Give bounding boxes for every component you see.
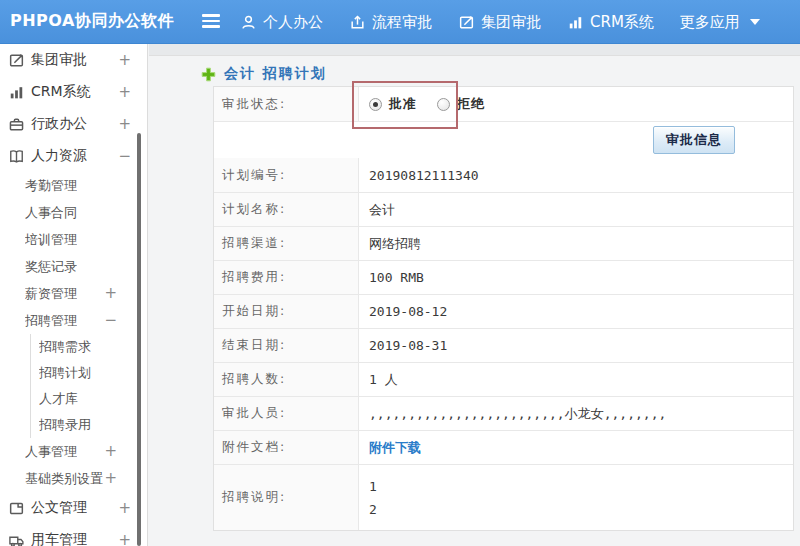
topnav-label: 流程审批 [372, 13, 432, 32]
sidebar-item-label: 考勤管理 [25, 177, 77, 195]
form-row-attachment-doc: 附件文档:附件下载 [214, 430, 793, 464]
sidebar-item-vehicle-mgmt[interactable]: 用车管理+ [0, 524, 147, 546]
bar-chart-icon [567, 14, 584, 31]
sidebar-item-label: 基础类别设置 [25, 470, 103, 488]
recruit-notes-value: 12 [359, 465, 793, 530]
approve-info-button[interactable]: 审批信息 [653, 126, 735, 154]
sidebar-item-talent-pool[interactable]: 人才库 [30, 386, 147, 412]
sidebar-item-personnel-mgmt[interactable]: 人事管理+ [0, 438, 147, 465]
radio-reject-label: 拒绝 [457, 95, 485, 113]
attachment-doc-label: 附件文档: [214, 431, 359, 464]
note-line: 2 [369, 502, 377, 517]
sidebar-item-label: 公文管理 [31, 499, 87, 517]
sidebar-item-recruit-plan[interactable]: 招聘计划 [30, 360, 147, 386]
hamburger-menu-icon[interactable] [202, 14, 220, 29]
sidebar-item-label: 人事合同 [25, 204, 77, 222]
sidebar-item-reward-punish-records[interactable]: 奖惩记录 [0, 253, 147, 280]
radio-option-reject[interactable]: 拒绝 [437, 95, 485, 113]
sidebar-item-crm-system[interactable]: CRM系统+ [0, 76, 147, 108]
form-rows: 计划编号:20190812111340计划名称:会计招聘渠道:网络招聘招聘费用:… [214, 158, 793, 530]
sidebar-item-label: 招聘需求 [39, 338, 91, 356]
sidebar-item-recruit-hiring[interactable]: 招聘录用 [30, 412, 147, 438]
sidebar-item-personnel-contract[interactable]: 人事合同 [0, 199, 147, 226]
topnav-process-approval[interactable]: 流程审批 [349, 13, 432, 32]
page-title: 会计 招聘计划 [224, 65, 327, 83]
approve-button-row: 审批信息 [214, 121, 793, 158]
sidebar-item-training-mgmt[interactable]: 培训管理 [0, 226, 147, 253]
caret-down-icon [750, 19, 760, 25]
topnav-personal-office[interactable]: 个人办公 [240, 13, 323, 32]
recruit-channel-value: 网络招聘 [359, 227, 793, 260]
topnav-label: 集团审批 [481, 13, 541, 32]
sidebar-item-basic-category-settings[interactable]: 基础类别设置+ [0, 465, 147, 492]
topnav-label: 更多应用 [680, 13, 740, 32]
app-logo: PHPOA协同办公软件 [10, 11, 174, 32]
expand-plus-icon[interactable]: + [118, 501, 131, 516]
sidebar-item-label: 招聘管理 [25, 312, 77, 330]
sidebar-item-document-mgmt[interactable]: 公文管理+ [0, 492, 147, 524]
sidebar: 集团审批+CRM系统+行政办公+人力资源−考勤管理人事合同培训管理奖惩记录薪资管… [0, 44, 148, 546]
sidebar-menu: 集团审批+CRM系统+行政办公+人力资源−考勤管理人事合同培训管理奖惩记录薪资管… [0, 44, 147, 546]
radio-approve-icon[interactable] [369, 98, 382, 111]
topnav-more-apps[interactable]: 更多应用 [680, 13, 760, 32]
plan-number-label: 计划编号: [214, 158, 359, 192]
sidebar-item-label: 招聘计划 [39, 364, 91, 382]
recruit-cost-label: 招聘费用: [214, 261, 359, 294]
sidebar-item-salary-mgmt[interactable]: 薪资管理+ [0, 280, 147, 307]
plan-number-value: 20190812111340 [359, 158, 793, 192]
sidebar-item-group-approval[interactable]: 集团审批+ [0, 44, 147, 76]
sidebar-item-admin-office[interactable]: 行政办公+ [0, 108, 147, 140]
main-content: 会计 招聘计划 审批状态: 批准 拒绝 审批信息 [149, 44, 800, 546]
briefcase-icon [8, 116, 26, 133]
topnav-group-approval[interactable]: 集团审批 [458, 13, 541, 32]
sidebar-item-label: 用车管理 [31, 531, 87, 546]
expand-plus-icon[interactable]: + [104, 286, 117, 301]
expand-plus-icon[interactable]: + [118, 533, 131, 546]
sidebar-item-attendance-mgmt[interactable]: 考勤管理 [0, 172, 147, 199]
recruit-plan-form: 审批状态: 批准 拒绝 审批信息 计划编号:20190812111340计划名 [213, 86, 794, 531]
expand-plus-icon[interactable]: + [118, 53, 131, 68]
sidebar-item-recruit-demand[interactable]: 招聘需求 [30, 334, 147, 360]
expand-plus-icon[interactable]: + [118, 117, 131, 132]
form-row-end-date: 结束日期:2019-08-31 [214, 328, 793, 362]
form-row-recruit-cost: 招聘费用:100 RMB [214, 260, 793, 294]
attachment-download-link[interactable]: 附件下载 [369, 439, 421, 457]
topnav-label: 个人办公 [263, 13, 323, 32]
sidebar-item-label: CRM系统 [31, 83, 91, 101]
collapse-minus-icon[interactable]: − [104, 313, 117, 328]
radio-reject-icon[interactable] [437, 98, 450, 111]
sidebar-item-label: 人力资源 [31, 147, 87, 165]
user-icon [240, 14, 257, 31]
status-row: 审批状态: 批准 拒绝 [214, 87, 793, 121]
form-row-plan-name: 计划名称:会计 [214, 192, 793, 226]
radio-option-approve[interactable]: 批准 [369, 95, 417, 113]
content-top-strip [149, 44, 800, 56]
sidebar-item-label: 薪资管理 [25, 285, 77, 303]
collapse-minus-icon[interactable]: − [118, 149, 131, 164]
sidebar-item-label: 招聘录用 [39, 416, 91, 434]
form-row-plan-number: 计划编号:20190812111340 [214, 158, 793, 192]
expand-plus-icon[interactable]: + [118, 85, 131, 100]
process-icon [349, 14, 366, 31]
edit-square-icon [458, 14, 475, 31]
topnav-crm-system[interactable]: CRM系统 [567, 13, 654, 32]
sidebar-item-label: 人才库 [39, 390, 78, 408]
sidebar-scrollbar[interactable] [137, 133, 141, 546]
document-icon [8, 500, 26, 517]
recruit-cost-value: 100 RMB [359, 261, 793, 294]
approvers-label: 审批人员: [214, 397, 359, 430]
recruit-channel-label: 招聘渠道: [214, 227, 359, 260]
book-icon [8, 148, 26, 165]
recruit-count-value: 1 人 [359, 363, 793, 396]
green-plus-icon [201, 67, 216, 82]
attachment-doc-value: 附件下载 [359, 431, 793, 464]
end-date-label: 结束日期: [214, 329, 359, 362]
sidebar-item-recruit-mgmt[interactable]: 招聘管理− [0, 307, 147, 334]
sidebar-item-label: 奖惩记录 [25, 258, 77, 276]
sidebar-item-human-resources[interactable]: 人力资源− [0, 140, 147, 172]
expand-plus-icon[interactable]: + [104, 471, 117, 486]
form-row-recruit-notes: 招聘说明:12 [214, 464, 793, 530]
expand-plus-icon[interactable]: + [104, 444, 117, 459]
plan-name-label: 计划名称: [214, 193, 359, 226]
status-label: 审批状态: [214, 87, 359, 121]
